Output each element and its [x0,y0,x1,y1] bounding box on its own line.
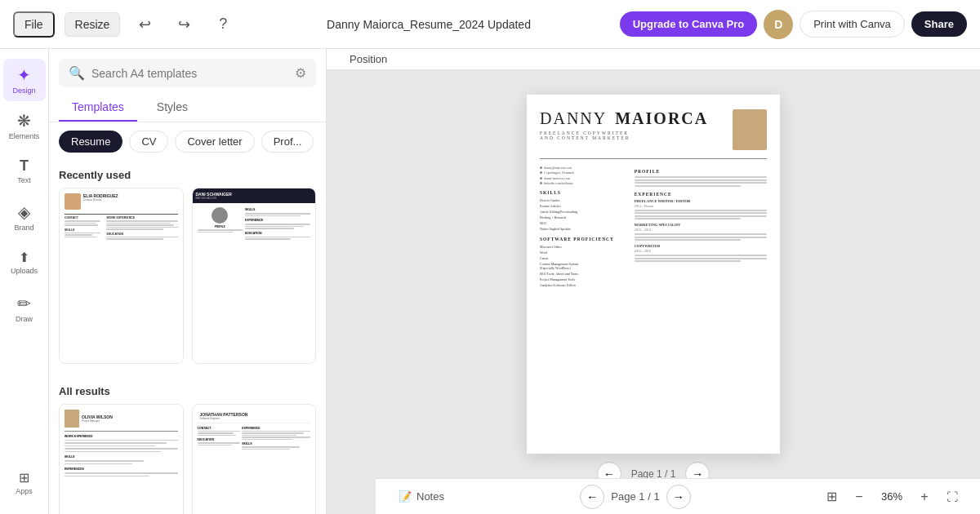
bottom-page-next[interactable]: → [666,485,691,509]
exp1-line2 [635,212,767,214]
tpl3-l3 [65,445,155,447]
resume-first-name: DANNY [540,109,607,127]
exp-title-3: COPYWRITER [635,244,767,248]
tpl2-r5 [245,228,294,229]
zoom-out-button[interactable]: − [848,485,871,508]
resume-contact-linkedin: linkedin.com/in/danny [540,181,626,185]
canvas-wrapper: DANNY MAIORCA FREELANCE COPYWRITERAND CO… [327,70,980,514]
sidebar-item-design[interactable]: ✦ Design [3,59,46,101]
design-icon: ✦ [17,65,31,85]
sidebar-item-draw[interactable]: ✏ Draw [3,287,46,330]
tpl4-body: Contact Education Experience [198,425,311,451]
tpl2-r2 [245,215,301,217]
resume-body: danny@maiorca.com Copenhagen, Denmark da… [540,164,767,291]
tpl1-line4 [65,233,100,234]
exp2-line3 [635,239,741,241]
skill-6: Native English Speaker [540,226,626,232]
template-card-olivia[interactable]: OLIVIA WILSON Project Manager Work Exper… [59,404,184,514]
tpl3-ref-label: References [65,467,178,471]
filter-chip-resume[interactable]: Resume [59,131,122,153]
tpl1-r6 [106,237,177,238]
undo-button[interactable]: ↩ [130,10,159,39]
resize-button[interactable]: Resize [65,12,121,37]
resume-contact-email: danny@maiorca.com [540,166,626,170]
tpl2-l2 [198,232,234,233]
share-button[interactable]: Share [911,11,967,37]
tpl4-r5 [242,439,293,441]
tpl3-r1 [65,472,178,474]
tpl4-exp-label: Experience [242,427,310,430]
tab-styles[interactable]: Styles [144,94,201,122]
zoom-fit-button[interactable]: ⊞ [820,485,843,508]
position-button[interactable]: Position [340,49,397,69]
exp1-line1 [635,210,767,211]
sw-7: Analytics Software: Follow [540,282,626,288]
filter-chip-prof[interactable]: Prof... [261,131,314,153]
contact-email-text: danny@maiorca.com [544,166,572,170]
tpl3-l5 [65,451,161,453]
sidebar-item-apps[interactable]: ⊞ Apps [3,462,46,504]
tpl4-l3 [198,435,236,436]
search-input[interactable] [91,67,288,80]
print-button[interactable]: Print with Canva [800,11,905,38]
resume-skills-hd: Skills [540,190,626,195]
tpl2-r4 [245,226,304,228]
filter-chips: Resume CV Cover letter Prof... [49,122,326,161]
sidebar-item-uploads[interactable]: ⬆ Uploads [3,241,46,284]
filter-button[interactable]: ⚙ [295,65,306,81]
sidebar-item-brand[interactable]: ◈ Brand [3,196,46,238]
upgrade-button[interactable]: Upgrade to Canva Pro [620,11,758,37]
tpl2-profile-label: Profile [198,225,243,228]
tpl1-r3 [106,224,174,226]
tpl4-s2 [242,449,290,450]
tpl1-sub: Creative Director [83,198,178,202]
resume-name-line: DANNY MAIORCA [540,109,733,128]
sidebar-item-label-uploads: Uploads [11,267,38,276]
skill-1: How-to Guides [540,197,626,203]
exp-date-1: 2014 – Present [635,204,767,208]
resume-experience-hd: Experience [635,192,767,197]
tpl4-header: JONATHAN PATTERSON Software Engineer [198,410,311,423]
document-page[interactable]: DANNY MAIORCA FREELANCE COPYWRITERAND CO… [527,95,780,454]
main-area: ✦ Design ❋ Elements T Text ◈ Brand ⬆ Upl… [0,49,980,514]
tab-templates[interactable]: Templates [59,94,137,122]
text-icon: T [20,157,29,175]
file-button[interactable]: File [13,11,55,38]
main-toolbar: File Resize ↩ ↪ ? Danny Maiorca_Resume_2… [0,0,980,49]
contact-location-text: Copenhagen, Denmark [544,171,574,175]
bottom-page-prev[interactable]: ← [580,485,604,509]
template-card-max[interactable]: DANI SCHWAIGER MAX DELVACOUR Profile [192,188,317,364]
skill-5: SEO [540,220,626,226]
template-card-jonathan[interactable]: JONATHAN PATTERSON Software Engineer Con… [192,404,317,514]
panel-tabs: Templates Styles [49,94,326,122]
tpl3-skills-label: Skills [65,455,178,459]
help-button[interactable]: ? [208,10,238,39]
tpl3-l4 [65,448,178,450]
tpl2-r1 [245,213,310,215]
tpl4-r3 [242,435,296,436]
toolbar-right: Upgrade to Canva Pro D Print with Canva … [620,10,967,39]
filter-chip-cover-letter[interactable]: Cover letter [175,131,254,153]
recently-used-grid: ELIA RODRIGUEZ Creative Director Contact [59,188,316,364]
exp2-line2 [635,237,767,238]
tpl3-sub: Project Manager [82,419,113,423]
tpl4-r1 [242,431,310,432]
notes-button[interactable]: 📝 Notes [392,487,451,506]
tpl4-right: Experience Skills [242,425,310,451]
tpl3-divider [65,431,178,432]
tpl2-photo [212,207,228,224]
sw-3: Canva [540,255,626,261]
tpl4-l1 [198,431,241,432]
avatar[interactable]: D [764,10,793,39]
sidebar-item-elements[interactable]: ❋ Elements [3,104,46,147]
sidebar-item-text[interactable]: T Text [3,150,46,193]
notes-icon: 📝 [399,490,412,503]
sidebar-item-label-text: Text [17,176,31,185]
template-card-elia[interactable]: ELIA RODRIGUEZ Creative Director Contact [59,188,184,364]
fullscreen-button[interactable]: ⛶ [941,485,964,508]
filter-chip-cv[interactable]: CV [129,131,168,153]
tpl2-skills-label: Skills [245,208,310,211]
redo-button[interactable]: ↪ [169,10,198,39]
sidebar-item-label-draw: Draw [16,315,33,324]
zoom-in-button[interactable]: + [913,485,936,508]
